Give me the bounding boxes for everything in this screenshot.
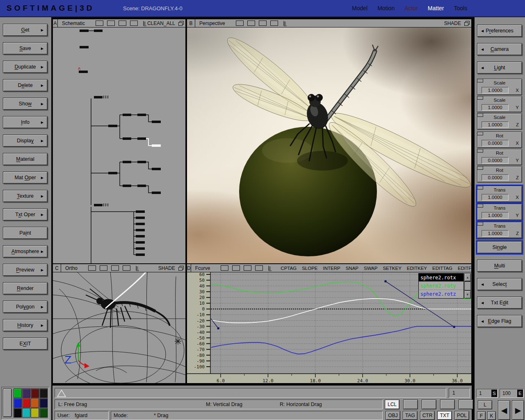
transform-value-field[interactable]: 0.0000 xyxy=(482,174,509,181)
right-button-single[interactable]: Single xyxy=(477,241,522,253)
select-mode-tag-button[interactable]: TAG xyxy=(403,411,418,420)
shade-mode-label[interactable]: SHADE xyxy=(444,21,461,26)
left-button-mat-oper[interactable]: Mat Oper▶ xyxy=(3,171,48,184)
empty-mode-slot[interactable] xyxy=(422,399,436,409)
window-d-titlebar[interactable]: D Fcurve CPTAGSLOPEINTERPSNAPSWAPSETKEYE… xyxy=(187,264,471,272)
color-swatch[interactable] xyxy=(22,408,30,418)
right-button-select[interactable]: ◀Select xyxy=(477,278,522,290)
color-swatch[interactable] xyxy=(31,398,39,408)
left-button-render[interactable]: Render xyxy=(3,282,48,294)
color-swatch[interactable] xyxy=(14,388,22,398)
transform-toggle[interactable] xyxy=(477,166,483,170)
transform-value-field[interactable]: 1.0000 xyxy=(482,230,509,237)
window-b-titlebar[interactable]: B Perspective SHADE xyxy=(187,19,471,27)
memo-slot[interactable] xyxy=(111,265,119,271)
window-d-letter[interactable]: D xyxy=(187,264,191,272)
window-c-titlebar[interactable]: C Ortho SHADE xyxy=(53,264,185,272)
select-mode-pol-button[interactable]: POL xyxy=(454,411,469,420)
memo-slot[interactable] xyxy=(123,265,130,271)
transform-value-field[interactable]: 0.0000 xyxy=(482,140,509,146)
transform-toggle[interactable] xyxy=(477,204,483,208)
transform-value-field[interactable]: 1.0000 xyxy=(482,194,509,201)
fcurve-menu-slope[interactable]: SLOPE xyxy=(302,266,317,271)
left-button-duplicate[interactable]: Duplicate▶ xyxy=(3,61,48,73)
left-button-history[interactable]: History▶ xyxy=(3,319,48,331)
left-button-material[interactable]: Material xyxy=(3,153,48,165)
window-a-letter[interactable]: A xyxy=(53,19,58,27)
window-restore-icon[interactable] xyxy=(178,266,184,271)
left-button-display[interactable]: Display▶ xyxy=(3,135,48,147)
transform-cell-scale-y[interactable]: Scale1.0000Y xyxy=(477,96,522,112)
transform-toggle[interactable] xyxy=(477,222,483,226)
transform-toggle[interactable] xyxy=(477,186,483,189)
memo-slot[interactable] xyxy=(255,265,263,271)
fcurve-menu-snap[interactable]: SNAP xyxy=(346,266,358,271)
transform-toggle[interactable] xyxy=(477,113,483,117)
left-button-save[interactable]: Save▶ xyxy=(3,42,48,55)
memo-slot[interactable] xyxy=(244,265,251,271)
empty-mode-slot[interactable] xyxy=(459,399,473,409)
transform-cell-trans-y[interactable]: Trans1.0000Y xyxy=(477,204,522,220)
left-button-atmosphere[interactable]: Atmosphere▶ xyxy=(3,245,48,258)
fcurve-canvas[interactable]: 6050403020100-10-20-30-40-50-60-70-80-90… xyxy=(187,272,471,383)
right-button-light[interactable]: ◀Light xyxy=(477,62,522,74)
shade-mode-label[interactable]: SHADE xyxy=(158,265,175,271)
fcurve-channel-sphere2-roty[interactable]: sphere2.roty xyxy=(419,282,463,290)
left-button-delete[interactable]: Delete▶ xyxy=(3,79,48,91)
left-button-txt-oper[interactable]: Txt Oper▶ xyxy=(3,208,48,221)
left-button-exit[interactable]: EXIT xyxy=(3,338,48,350)
color-swatch[interactable] xyxy=(14,398,22,408)
transform-cell-trans-z[interactable]: Trans1.0000Z xyxy=(477,222,522,238)
transform-cell-scale-z[interactable]: Scale1.0000Z xyxy=(477,113,522,130)
color-swatch[interactable] xyxy=(31,388,39,398)
select-mode-txt-button[interactable]: TXT xyxy=(437,411,452,420)
prev-frame-button[interactable]: ◀ xyxy=(498,400,510,420)
color-swatch[interactable] xyxy=(22,398,30,408)
memo-slot[interactable] xyxy=(232,265,240,271)
schematic-canvas[interactable]: A xyxy=(53,27,185,263)
transform-cell-rot-x[interactable]: Rot0.0000X xyxy=(477,132,522,148)
ortho-canvas[interactable] xyxy=(53,272,185,383)
current-color-button[interactable] xyxy=(3,388,12,417)
right-button-preferences[interactable]: ◀Preferences xyxy=(477,25,522,37)
current-frame-field[interactable]: 1 xyxy=(449,388,470,398)
memo-slot[interactable] xyxy=(88,265,96,271)
transform-cell-rot-y[interactable]: Rot0.0000Y xyxy=(477,149,522,165)
window-c-letter[interactable]: C xyxy=(53,264,61,272)
ruler-icon[interactable] xyxy=(143,21,147,26)
transform-value-field[interactable]: 1.0000 xyxy=(482,104,509,111)
color-swatch[interactable] xyxy=(39,388,48,398)
fcurve-menu-setkey[interactable]: SETKEY xyxy=(383,266,401,271)
select-mode-ctr-button[interactable]: CTR xyxy=(420,411,435,420)
transform-cell-scale-x[interactable]: Scale1.0000X xyxy=(477,79,522,95)
select-mode-obj-button[interactable]: OBJ xyxy=(386,411,400,420)
menu-matter[interactable]: Matter xyxy=(428,5,444,11)
memo-slot[interactable] xyxy=(107,21,115,26)
transform-toggle[interactable] xyxy=(477,132,483,135)
next-frame-button[interactable]: ▶ xyxy=(512,400,524,420)
left-button-show[interactable]: Show▶ xyxy=(3,98,48,110)
window-b-letter[interactable]: B xyxy=(187,19,195,27)
transform-toggle[interactable] xyxy=(477,79,483,82)
empty-mode-slot[interactable] xyxy=(440,399,455,409)
color-swatch[interactable] xyxy=(14,408,22,418)
transform-value-field[interactable]: 0.0000 xyxy=(482,157,509,164)
scroll-down-icon[interactable]: ▼ xyxy=(464,290,471,299)
memo-slot[interactable] xyxy=(130,21,138,26)
start-frame-field[interactable]: 1 S xyxy=(476,389,498,398)
empty-mode-slot[interactable] xyxy=(403,399,418,409)
color-swatch[interactable] xyxy=(39,398,48,408)
left-button-info[interactable]: Info▶ xyxy=(3,116,48,128)
color-swatch[interactable] xyxy=(22,388,30,398)
timeline-marker[interactable] xyxy=(56,389,67,398)
transform-cell-trans-x[interactable]: Trans1.0000X xyxy=(477,186,522,202)
coord-mode-lcl-button[interactable]: LCL xyxy=(385,399,399,409)
scroll-up-icon[interactable]: ▲ xyxy=(464,273,471,281)
left-button-get[interactable]: Get▶ xyxy=(3,24,48,36)
loop-button[interactable]: L xyxy=(478,400,492,409)
left-button-texture[interactable]: Texture▶ xyxy=(3,190,48,202)
window-restore-icon[interactable] xyxy=(464,21,470,26)
menu-motion[interactable]: Motion xyxy=(377,5,395,11)
left-button-polygon[interactable]: Polygon▶ xyxy=(3,301,48,313)
memo-slot[interactable] xyxy=(259,21,267,26)
